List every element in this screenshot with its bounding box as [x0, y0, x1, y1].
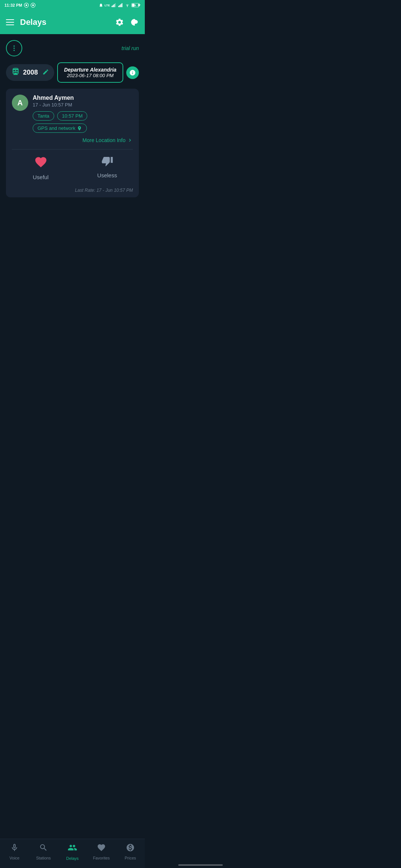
- gps-tag[interactable]: GPS and network: [33, 124, 87, 133]
- delay-card-info: Ahmed Aymen 17 - Jun 10:57 PM Tanta 10:5…: [33, 95, 133, 143]
- train-badge[interactable]: 2008: [6, 64, 54, 81]
- app-bar: Delays: [0, 10, 145, 34]
- svg-rect-9: [120, 5, 120, 7]
- edit-icon[interactable]: [42, 69, 49, 77]
- more-options-button[interactable]: [6, 40, 22, 56]
- media-icon2: [30, 3, 36, 8]
- delay-card: A Ahmed Aymen 17 - Jun 10:57 PM Tanta 10…: [6, 89, 139, 197]
- thumbsdown-icon: [101, 155, 113, 170]
- svg-rect-11: [121, 3, 122, 7]
- status-bar: 11:32 PM LTE: [0, 0, 145, 10]
- train-row: 2008 Departure Alexandria 2023-06-17 08:…: [6, 62, 139, 83]
- svg-point-16: [13, 46, 14, 47]
- tags-row: Tanta 10:57 PM GPS and network: [33, 111, 133, 133]
- departure-datetime: 2023-06-17 08:00 PM: [62, 73, 118, 78]
- svg-rect-6: [114, 4, 115, 7]
- station-tag[interactable]: Tanta: [33, 111, 54, 121]
- svg-rect-8: [118, 6, 119, 7]
- top-row: trial run: [6, 40, 139, 56]
- useless-button[interactable]: Useless: [75, 149, 139, 185]
- svg-point-18: [13, 50, 14, 51]
- app-bar-right: [115, 18, 139, 27]
- departure-button[interactable]: Departure Alexandria 2023-06-17 08:00 PM: [57, 62, 123, 83]
- useless-label: Useless: [97, 172, 117, 178]
- media-icon: [24, 3, 29, 8]
- svg-point-3: [32, 4, 34, 6]
- trial-run-label: trial run: [121, 45, 139, 51]
- svg-rect-7: [115, 3, 115, 7]
- chevron-right-icon: [127, 137, 133, 143]
- info-button[interactable]: [126, 66, 139, 79]
- last-rate-text: Last Rate: 17 - Jun 10:57 PM: [6, 185, 139, 197]
- reporter-name: Ahmed Aymen: [33, 95, 133, 101]
- delay-card-header: A Ahmed Aymen 17 - Jun 10:57 PM Tanta 10…: [6, 89, 139, 149]
- time-tag[interactable]: 10:57 PM: [57, 111, 88, 121]
- svg-point-17: [13, 47, 14, 49]
- rating-buttons-row: Useful Useless: [6, 149, 139, 185]
- useful-button[interactable]: Useful: [6, 149, 75, 185]
- svg-point-12: [127, 6, 128, 7]
- train-icon: [11, 67, 20, 78]
- theme-button[interactable]: [130, 18, 139, 27]
- status-time: 11:32 PM: [4, 3, 36, 8]
- app-bar-left: Delays: [6, 17, 46, 27]
- main-content: trial run 2008 Departure Alexandria 2023…: [0, 34, 145, 206]
- status-icons: LTE 29: [99, 3, 140, 7]
- report-time: 17 - Jun 10:57 PM: [33, 102, 133, 108]
- departure-city: Departure Alexandria: [62, 67, 118, 73]
- charging-icon: [137, 3, 140, 7]
- more-location-button[interactable]: More Location Info: [33, 137, 133, 143]
- signal-icon1: [111, 3, 117, 7]
- app-bar-title: Delays: [20, 17, 46, 27]
- svg-rect-10: [121, 4, 121, 7]
- wifi-icon: [125, 3, 130, 7]
- useful-label: Useful: [33, 174, 49, 180]
- gps-icon: [77, 126, 82, 131]
- settings-button[interactable]: [115, 18, 124, 27]
- battery-icon: 29: [131, 3, 136, 7]
- signal-icon2: [118, 3, 123, 7]
- rating-section: Useful Useless Last Rate: 17 - Jun 10:57…: [6, 149, 139, 197]
- avatar: A: [12, 95, 28, 111]
- svg-point-1: [25, 4, 27, 6]
- useless-section: Useless: [75, 149, 139, 185]
- svg-rect-4: [112, 6, 113, 7]
- svg-rect-5: [113, 5, 114, 7]
- heart-icon: [34, 155, 48, 172]
- train-number: 2008: [23, 69, 38, 76]
- hamburger-menu-button[interactable]: [6, 19, 14, 25]
- lte-label: LTE: [105, 4, 110, 7]
- alarm-icon: [99, 3, 103, 7]
